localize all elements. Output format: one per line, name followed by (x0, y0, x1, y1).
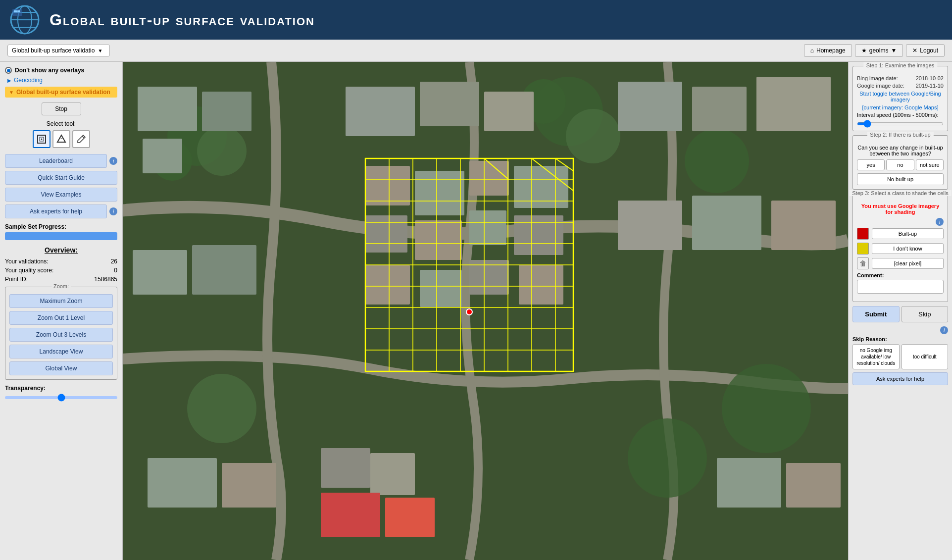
landscape-button[interactable]: Landscape View (9, 345, 113, 358)
zoom-legend: Zoom: (51, 283, 71, 289)
skip-reason1-button[interactable]: no Google img available/ low resolution/… (852, 344, 900, 369)
toolbar: Global built-up surface validatio ▼ ⌂ Ho… (0, 40, 952, 62)
skip-reasons: no Google img available/ low resolution/… (852, 344, 948, 369)
buildup-color-swatch (857, 228, 869, 240)
max-zoom-button[interactable]: Maximum Zoom (9, 294, 113, 308)
yes-button[interactable]: yes (857, 159, 885, 170)
overlay-radio[interactable] (5, 67, 12, 74)
svg-rect-6 (14, 10, 17, 12)
svg-rect-43 (469, 210, 506, 245)
select-box-tool[interactable] (33, 130, 50, 148)
main-layout: Don't show any overlays ▶ Geocoding ▼ Gl… (0, 62, 952, 560)
user-button[interactable]: ★ geolms ▼ (855, 44, 903, 57)
dont-know-class-button[interactable]: I don't know (872, 243, 944, 254)
progress-bar (5, 232, 117, 240)
skip-reason2-button[interactable]: too difficult (902, 344, 949, 369)
ask-experts-button2[interactable]: Ask experts for help (852, 372, 948, 385)
ask-experts-info-icon[interactable]: i (109, 207, 117, 215)
svg-line-13 (82, 136, 84, 138)
select-tool-label: Select tool: (5, 120, 117, 127)
validations-row: Your validations: 26 (5, 258, 117, 265)
comment-input[interactable] (857, 280, 944, 294)
active-layer[interactable]: ▼ Global built-up surface validation (5, 87, 117, 98)
geocoding-row[interactable]: ▶ Geocoding (5, 77, 117, 84)
step3-info-icon[interactable]: i (936, 218, 944, 226)
buildup-class-item: Built-up (857, 228, 944, 240)
skip-button[interactable]: Skip (902, 306, 949, 322)
ask-experts-row: Ask experts for help i (5, 204, 117, 218)
overview-title: Overview: (5, 246, 117, 254)
zoom-out1-button[interactable]: Zoom Out 1 Level (9, 311, 113, 325)
user-icon: ★ (861, 47, 867, 54)
ask-experts-button[interactable]: Ask experts for help (5, 204, 107, 218)
sample-progress-label: Sample Set Progress: (5, 223, 117, 230)
clear-pixel-row: 🗑 [clear pixel] (857, 257, 944, 269)
point-id-value: 1586865 (94, 276, 117, 283)
toggle-imagery-button[interactable]: Start toggle between Google/Bing imagery (857, 91, 944, 102)
svg-rect-57 (385, 498, 435, 537)
svg-rect-29 (346, 87, 415, 136)
polygon-tool[interactable] (52, 130, 70, 148)
google-date-value: 2019-11-10 (916, 83, 944, 89)
svg-rect-37 (365, 166, 410, 205)
validations-label: Your validations: (5, 258, 49, 265)
svg-point-25 (722, 364, 811, 453)
bing-date-row: Bing image date: 2018-10-02 (857, 75, 944, 81)
svg-point-17 (197, 126, 247, 176)
bing-date-value: 2018-10-02 (916, 75, 944, 81)
bing-date-label: Bing image date: (857, 75, 898, 81)
step1-content: Bing image date: 2018-10-02 Google image… (857, 75, 944, 127)
global-view-button[interactable]: Global View (9, 361, 113, 375)
leaderboard-info-icon[interactable]: i (109, 157, 117, 165)
svg-rect-33 (692, 87, 747, 131)
no-buildup-button[interactable]: No built-up (857, 173, 944, 185)
svg-rect-44 (514, 215, 563, 255)
stop-button[interactable]: Stop (42, 102, 81, 115)
no-button[interactable]: no (886, 159, 914, 170)
step3-title: Step 3: Select a class to shade the cell… (849, 190, 951, 196)
map-svg (123, 62, 848, 560)
leaderboard-button[interactable]: Leaderboard (5, 154, 107, 168)
header: Global built-up surface validation (0, 0, 952, 40)
svg-rect-38 (415, 171, 464, 215)
transparency-slider[interactable] (5, 396, 117, 399)
submit-info-icon[interactable]: i (940, 326, 948, 334)
close-icon: ✕ (912, 47, 917, 54)
overlay-option[interactable]: Don't show any overlays (5, 67, 117, 74)
active-layer-label: Global built-up surface validation (16, 89, 110, 96)
pencil-tool[interactable] (72, 130, 90, 148)
svg-rect-56 (321, 493, 380, 537)
current-imagery-label[interactable]: [current imagery: Google Maps] (857, 104, 944, 110)
quickstart-button[interactable]: Quick Start Guide (5, 171, 117, 185)
svg-rect-34 (756, 77, 831, 131)
toolbar-right: ⌂ Homepage ★ geolms ▼ ✕ Logout (804, 44, 945, 57)
dropdown-arrow-icon: ▼ (98, 48, 102, 53)
not-sure-button[interactable]: not sure (916, 159, 944, 170)
svg-rect-53 (222, 463, 276, 508)
svg-rect-42 (415, 220, 462, 260)
zoom-out3-button[interactable]: Zoom Out 3 Levels (9, 328, 113, 342)
submit-button[interactable]: Submit (852, 306, 900, 322)
svg-rect-51 (771, 201, 836, 250)
homepage-button[interactable]: ⌂ Homepage (804, 44, 852, 57)
step2-title: Step 2: If there is built-up (867, 132, 933, 138)
svg-rect-39 (469, 161, 509, 196)
step3-content: You must use Google imagery for shading … (857, 203, 944, 298)
buildup-class-button[interactable]: Built-up (872, 228, 944, 239)
satellite-map[interactable] (123, 62, 848, 560)
point-id-label: Point ID: (5, 276, 28, 283)
clear-pixel-button[interactable]: [clear pixel] (872, 258, 944, 269)
layer-arrow-icon: ▼ (9, 90, 14, 95)
svg-rect-41 (365, 215, 407, 253)
trash-icon: 🗑 (857, 257, 869, 269)
svg-rect-40 (514, 166, 568, 208)
app-dropdown[interactable]: Global built-up surface validatio ▼ (7, 45, 110, 56)
step2-box: Step 2: If there is built-up Can you see… (852, 135, 948, 190)
svg-rect-45 (365, 265, 410, 305)
left-panel: Don't show any overlays ▶ Geocoding ▼ Gl… (0, 62, 123, 560)
map-area[interactable] (123, 62, 848, 560)
view-examples-button[interactable]: View Examples (5, 188, 117, 202)
interval-slider[interactable] (857, 122, 944, 125)
interval-label: Interval speed (100ms - 5000ms): (857, 112, 944, 118)
logout-button[interactable]: ✕ Logout (906, 44, 945, 57)
